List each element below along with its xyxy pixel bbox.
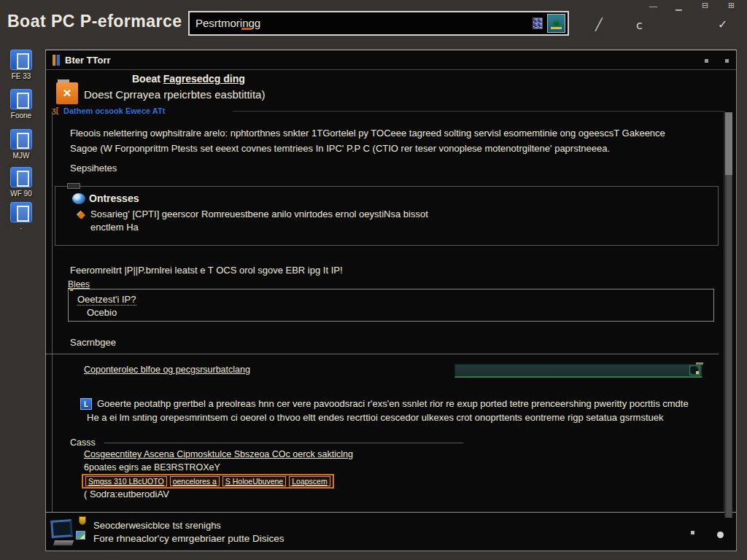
options-listbox[interactable]: Oeetzest'i IP? Ocebio (68, 289, 714, 322)
desktop-shortcut-3[interactable]: MJW (4, 129, 38, 160)
section3-label: Sacrnbgee (70, 337, 116, 348)
footer-status-line2: Fore rhneaclor'cy emrgebriaer putte Disi… (93, 533, 284, 544)
desktop-shortcut-1[interactable]: FE 33 (4, 50, 38, 80)
underscore-minimize-icon[interactable]: ▁ (676, 1, 681, 11)
shortcut-label: MJW (4, 152, 38, 160)
performance-app-icon: ✕ (56, 82, 78, 104)
dialog-heading: Boeat Fagresedcg ding (132, 73, 245, 85)
shortcut-document-icon (10, 167, 32, 187)
scrollbar-thumb[interactable] (725, 112, 732, 175)
heading-plain: Boeat (132, 73, 163, 85)
dialog-title: Bter TTorr (65, 55, 111, 66)
desktop-shortcut-2[interactable]: Foone (4, 89, 38, 120)
heading-underlined: Fagresedcg ding (163, 73, 245, 85)
monitor-screen (50, 519, 73, 538)
shortcut-document-icon (10, 202, 32, 222)
dialog-subheading: Doest Cprrayea rpeicrbtes easbtittita) (84, 88, 265, 101)
footer-square-dot-icon (691, 531, 694, 534)
check-icon[interactable]: ✓ (718, 18, 727, 31)
options-group-box: Ontresses ◆ Sosarieg' [CPTI] geerscor Ro… (55, 186, 719, 246)
highlighted-options-row: Smgss 310 LBcUOTO oencelores a S HoloeUb… (82, 474, 334, 489)
dialog-titlebar[interactable]: Bter TTorr (46, 50, 736, 70)
group-title: Ontresses (89, 192, 139, 204)
divider (46, 354, 719, 354)
cases-hyperlink[interactable]: Cosgeecntitey Ascena Cipmosktulce Sbszeo… (84, 449, 353, 459)
titlebar-control-icon[interactable] (705, 59, 708, 63)
input-action-icon[interactable] (689, 365, 700, 376)
pencil-icon[interactable]: ╱ (595, 18, 603, 31)
shortcut-document-icon (10, 50, 32, 70)
search-input[interactable]: Pesrtmoringg ◉ (188, 11, 569, 36)
footer-divider (46, 512, 736, 513)
processing-settings-link[interactable]: Coponterolec blfoe og pecgsrsurbatclang (84, 365, 250, 375)
list-item[interactable]: Oeetzest'i IP? (77, 294, 136, 306)
intro-paragraph-line1: Fleoois nelettering owphsitralre arelo: … (70, 128, 665, 139)
gem-icon: ◆ (77, 209, 85, 220)
globe-icon (72, 193, 85, 204)
option-chip[interactable]: Loapscem (289, 476, 330, 486)
shortcut-document-icon (10, 89, 32, 109)
shortcut-label: WF 90 (4, 190, 38, 198)
main-dialog-window: Bter TTorr Boeat Fagresedcg ding ✕ Doest… (45, 50, 737, 551)
restore-window-icon[interactable]: ⊟ (702, 1, 708, 10)
shortcut-document-icon (10, 129, 32, 149)
footer-status-line1: Seocderwesicblce tst srenighs (93, 520, 221, 531)
cases-footnote: ( Sodra:eutberodiAV (84, 489, 169, 499)
picture-icon (76, 531, 85, 540)
section2-heading: Feeromreitrt |P||P.brnlrei leatst e T OC… (70, 265, 343, 276)
group-tab-icon (67, 183, 80, 189)
group-description-line2: enctlem Ha (90, 222, 139, 233)
group-description-line1: Sosarieg' [CPTI] geerscor Romreuestbene … (90, 209, 428, 219)
settings-label: Sepsihetes (70, 163, 117, 174)
search-go-button[interactable]: ◉ (547, 14, 565, 33)
option-chip[interactable]: Smgss 310 LBcUOTO (85, 476, 167, 486)
grid-icon[interactable] (533, 18, 543, 29)
security-shield-icon (79, 516, 86, 525)
shortcut-label: Foone (4, 112, 38, 120)
desktop: Boat PC P-eformarce Pesrtmoringg ◉ ╱ ⅽ ✓… (0, 0, 747, 560)
monitor-base (53, 540, 74, 545)
footer-round-dot-icon (717, 532, 724, 538)
computer-monitor-icon (50, 518, 76, 545)
desktop-shortcut-5[interactable]: · (4, 202, 38, 233)
note-paragraph-line1: Goeerte peotathp grertbel a preolreas hn… (97, 398, 689, 409)
titlebar-control-icon[interactable] (725, 59, 729, 63)
vertical-scrollbar[interactable] (724, 112, 732, 518)
minimize-icon[interactable]: — (649, 1, 657, 10)
note-paragraph-line2: He a ei lm snting orepesmrintsem ci oeor… (87, 412, 664, 423)
search-value: Pesrtmoringg (196, 17, 252, 30)
refresh-icon[interactable]: ⅽ (636, 18, 643, 32)
cases-fieldset-label: Casss (70, 438, 96, 448)
info-icon: L (80, 398, 92, 410)
dialog-title-icon (53, 55, 60, 66)
shortcut-label: · (4, 225, 38, 233)
intro-paragraph-line2: Sagoe (W Forponprittm Ptests set eeext c… (70, 143, 610, 154)
cases-text: 6poates egirs ae BE3RSTROXeY (84, 462, 220, 472)
shortcut-label: FE 33 (4, 72, 38, 80)
list-item[interactable]: Ocebio (87, 307, 117, 318)
desktop-shortcut-4[interactable]: WF 90 (4, 167, 38, 198)
option-chip[interactable]: oencelores a (170, 476, 220, 486)
option-chip[interactable]: S HoloeUbuvene (222, 476, 286, 486)
scrollbar-track-lower (727, 175, 732, 518)
value-input[interactable] (454, 364, 703, 378)
fieldset-rule (104, 443, 463, 443)
maximize-window-icon[interactable]: ⊞ (728, 1, 735, 10)
app-title: Boat PC P-eformarce (7, 12, 182, 31)
